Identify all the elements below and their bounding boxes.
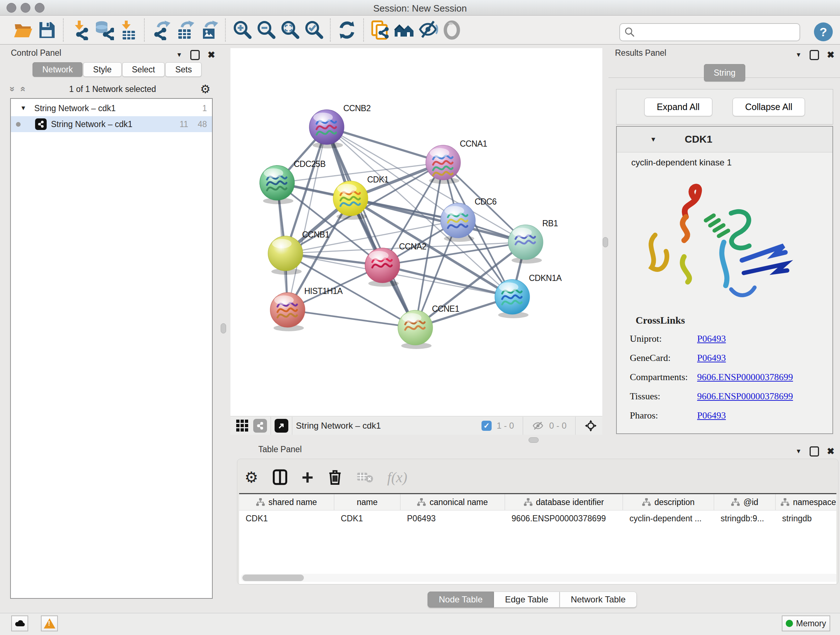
table-gear-icon[interactable]: ⚙ [245,469,258,486]
open-session-icon[interactable] [11,18,35,42]
network-edge[interactable] [287,310,415,328]
collapse-all-icon[interactable]: » [8,87,17,92]
crosslink-label: Uniprot: [617,333,697,344]
import-network-from-file-icon[interactable] [68,18,92,42]
network-edge[interactable] [327,127,443,163]
tab-style[interactable]: Style [83,62,121,77]
column-header-description[interactable]: description [623,494,714,510]
vertical-splitter-handle[interactable] [221,323,226,333]
save-session-icon[interactable] [35,18,58,42]
cloud-button[interactable] [11,616,28,631]
network-edge[interactable] [327,127,415,328]
table-row[interactable]: CDK1CDK1P064939606.ENSP00000378699cyclin… [239,510,836,526]
horizontal-splitter-handle[interactable] [529,437,538,443]
edge-count: 48 [197,119,207,129]
table-cell: stringdb:9... [714,514,775,524]
tab-network[interactable]: Network [33,62,82,77]
network-node-ccnb2[interactable]: CCNB2 [309,103,370,149]
column-header--id[interactable]: @id [714,494,775,510]
network-node-hist1h1a[interactable]: HIST1H1A [270,287,343,331]
warning-button[interactable] [41,616,58,631]
column-header-shared-name[interactable]: shared name [239,494,334,510]
crosslinks-heading: CrossLinks [636,315,832,326]
crosslink-link[interactable]: 9606.ENSP00000378699 [697,372,793,383]
float-panel-icon[interactable]: ▼ [796,51,802,59]
network-collection-label: String Network – cdk1 [34,103,116,113]
crosslink-link[interactable]: P06493 [697,333,726,344]
search-input[interactable] [635,25,799,40]
collapse-all-button[interactable]: Collapse All [733,98,805,116]
maximize-panel-icon[interactable] [190,50,200,60]
column-header-name[interactable]: name [334,494,401,510]
selected-checkbox-icon[interactable]: ✓ [482,421,492,431]
gear-icon[interactable]: ⚙ [200,82,210,96]
help-button[interactable]: ? [814,22,833,41]
zoom-selected-icon[interactable] [302,18,325,42]
add-column-icon[interactable]: + [302,470,314,485]
clone-network-icon[interactable] [368,18,392,42]
float-panel-icon[interactable]: ▼ [796,448,802,455]
show-all-networks-icon[interactable] [392,18,416,42]
tab-sets[interactable]: Sets [165,62,202,77]
crosslink-link[interactable]: P06493 [697,353,726,363]
results-panel-title: Results Panel [615,48,666,57]
expand-all-icon[interactable]: » [18,87,27,92]
node-label: CDC6 [475,197,497,206]
network-row-selected[interactable]: String Network – cdk1 11 48 [11,116,212,132]
results-splitter-handle[interactable] [603,237,608,247]
zoom-fit-content-icon[interactable] [278,18,302,42]
network-canvas[interactable]: CCNB2CCNA1CDC25BCDK1CDC6RB1CCNB1CCNA2CDK… [231,48,602,416]
maximize-panel-icon[interactable] [810,50,819,60]
protein-card-header[interactable]: ▼ CDK1 [617,127,832,152]
tab-select[interactable]: Select [122,62,165,77]
birds-eye-grid-icon[interactable] [236,420,248,432]
expand-all-button[interactable]: Expand All [644,98,712,116]
maximize-panel-icon[interactable] [810,447,819,456]
close-panel-icon[interactable]: ✖ [208,50,215,60]
zoom-in-icon[interactable] [230,18,254,42]
split-columns-icon[interactable] [272,469,288,486]
column-header-database-identifier[interactable]: database identifier [505,494,623,510]
network-node-rb1[interactable]: RB1 [508,219,558,264]
table-toolbar: ⚙ + f(x) [245,466,407,488]
show-hidden-icon[interactable] [440,18,464,42]
export-network-to-file-icon[interactable] [149,18,173,42]
network-graph[interactable]: CCNB2CCNA1CDC25BCDK1CDC6RB1CCNB1CCNA2CDK… [231,48,602,416]
node-label: CCNA2 [399,242,426,251]
memory-button[interactable]: Memory [782,616,830,631]
import-table-from-file-icon[interactable] [116,18,140,42]
string-share-icon[interactable] [253,419,267,432]
control-panel-tabs: NetworkStyleSelectSets [33,62,202,77]
column-header-canonical-name[interactable]: canonical name [401,494,505,510]
tree-expander-icon[interactable]: ▼ [20,105,27,112]
table-panel-header: Table Panel [258,445,302,454]
results-buttons-box: Expand All Collapse All [616,89,833,125]
column-header-namespace[interactable]: namespace [775,494,836,510]
memory-status-dot [786,620,793,627]
zoom-out-icon[interactable] [254,18,278,42]
network-edge[interactable] [287,127,327,310]
network-node-ccna1[interactable]: CCNA1 [426,139,487,184]
tab-node-table[interactable]: Node Table [428,592,494,608]
float-panel-icon[interactable]: ▼ [176,51,182,59]
network-collection-row[interactable]: ▼ String Network – cdk1 1 [11,99,212,116]
table-horizontal-scrollbar[interactable] [241,574,836,582]
refresh-view-icon[interactable] [335,18,359,42]
hide-selected-icon[interactable] [416,18,440,42]
crosslink-link[interactable]: P06493 [697,410,726,421]
close-panel-icon[interactable]: ✖ [827,50,835,60]
close-panel-icon[interactable]: ✖ [827,446,835,456]
tab-edge-table[interactable]: Edge Table [494,592,560,608]
collapse-section-icon[interactable]: ▼ [650,136,657,143]
tab-string[interactable]: String [704,64,745,81]
crosslink-link[interactable]: 9606.ENSP00000378699 [697,391,793,402]
tab-network-table[interactable]: Network Table [560,592,637,608]
open-in-new-window-icon[interactable] [275,419,288,432]
fit-selected-crosshair-icon[interactable] [584,419,597,432]
network-node-cdkn1a[interactable]: CDKN1A [495,273,562,318]
delete-trash-icon[interactable] [327,468,343,486]
import-network-from-database-icon[interactable] [92,18,116,42]
export-image-icon[interactable] [197,18,221,42]
export-table-to-file-icon[interactable] [173,18,197,42]
table-cell: stringdb [775,514,836,524]
